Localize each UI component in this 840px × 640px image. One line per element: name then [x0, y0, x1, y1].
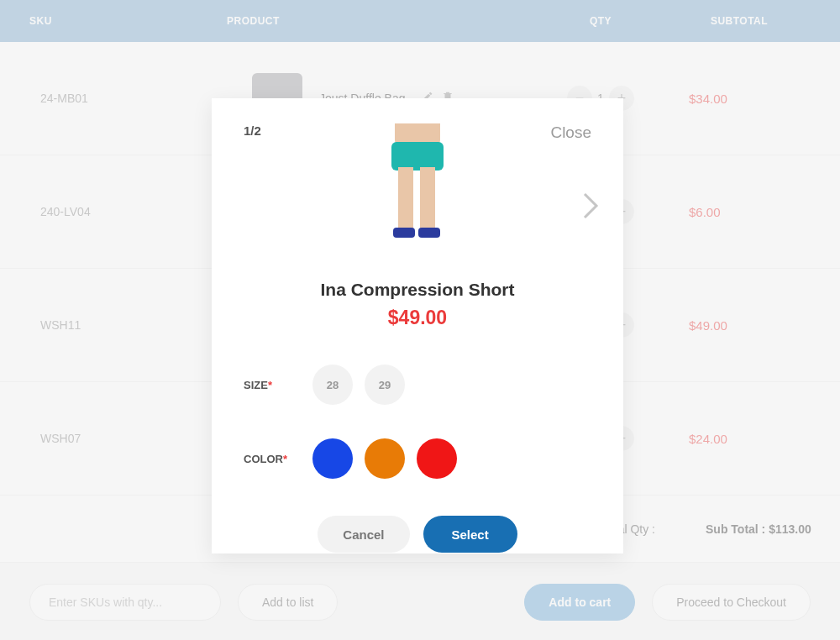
required-star: *: [283, 453, 287, 465]
product-image: [380, 123, 455, 249]
product-options-modal: 1/2 Close Ina Compression Short $49.00 S…: [212, 98, 623, 553]
select-button[interactable]: Select: [423, 516, 517, 553]
size-swatch-29[interactable]: 29: [365, 365, 405, 405]
close-button[interactable]: Close: [550, 123, 591, 142]
size-label: SIZE*: [244, 379, 294, 391]
color-label: COLOR*: [244, 453, 294, 465]
color-option-row: COLOR*: [244, 438, 591, 479]
cancel-button[interactable]: Cancel: [318, 516, 409, 553]
color-swatch-orange[interactable]: [365, 438, 405, 479]
modal-product-price: $49.00: [244, 307, 591, 329]
next-icon[interactable]: [581, 191, 601, 224]
modal-product-title: Ina Compression Short: [244, 280, 591, 300]
modal-pager: 1/2: [244, 123, 261, 138]
color-swatch-blue[interactable]: [312, 438, 353, 479]
color-swatch-red[interactable]: [417, 438, 457, 479]
size-swatch-28[interactable]: 28: [312, 365, 353, 405]
size-option-row: SIZE* 28 29: [244, 365, 591, 405]
required-star: *: [268, 379, 272, 391]
